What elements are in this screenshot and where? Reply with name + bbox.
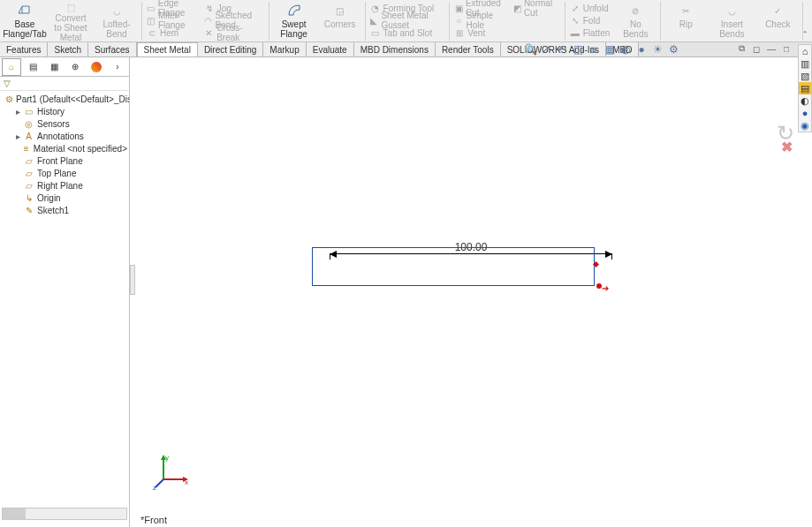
rip-button: ✂ Rip bbox=[663, 2, 709, 41]
view-orientation-icon[interactable]: ⧈ bbox=[588, 43, 600, 56]
zoom-fit-icon[interactable]: 🔍 bbox=[524, 43, 536, 56]
base-flange-icon bbox=[17, 3, 33, 19]
vent-icon: ⊞ bbox=[454, 27, 465, 38]
config-manager-icon: ▦ bbox=[50, 62, 58, 72]
history-icon: ▭ bbox=[23, 106, 34, 117]
tree-horizontal-scrollbar[interactable] bbox=[2, 508, 127, 520]
material-icon: ≡ bbox=[21, 143, 30, 154]
simple-hole-button: ○Simple Hole bbox=[452, 14, 509, 26]
check-button: ✓ Check bbox=[755, 2, 801, 41]
plane-icon: ▱ bbox=[23, 180, 34, 192]
tab-direct-editing[interactable]: Direct Editing bbox=[198, 42, 263, 56]
tab-mbd-dimensions[interactable]: MBD Dimensions bbox=[354, 42, 436, 56]
sensors-icon: ◎ bbox=[23, 118, 34, 130]
plane-icon: ▱ bbox=[23, 168, 34, 179]
tab-sketch[interactable]: Sketch bbox=[48, 42, 88, 56]
fold-button: ⤡Fold bbox=[568, 14, 612, 26]
window-maximize-icon[interactable]: □ bbox=[779, 42, 793, 55]
swept-flange-icon bbox=[286, 3, 302, 19]
fm-tab-display-manager[interactable] bbox=[87, 58, 106, 76]
insert-bends-button: ◡ InsertBends bbox=[709, 2, 755, 41]
cancel-icon[interactable]: ✖ bbox=[781, 139, 793, 155]
tree-item-right-plane[interactable]: ▱Right Plane bbox=[2, 179, 127, 192]
hem-button: ⊂Hem bbox=[145, 26, 201, 39]
taskpane-view-palette-icon[interactable]: ◐ bbox=[799, 94, 811, 107]
taskpane-resources-icon[interactable]: ▥ bbox=[799, 57, 811, 70]
hide-show-icon[interactable]: ◐ bbox=[619, 43, 632, 56]
label: Rip bbox=[679, 19, 693, 29]
corners-button: ◲ Corners bbox=[317, 2, 363, 41]
sketch-icon: ✎ bbox=[23, 205, 34, 216]
jog-icon: ↯ bbox=[204, 3, 215, 13]
fm-tab-dimxpert[interactable]: ⊕ bbox=[65, 58, 85, 76]
label: InsertBends bbox=[719, 19, 744, 39]
collapse-ribbon-button[interactable]: ˆ bbox=[803, 2, 812, 41]
unfold-icon: ⤢ bbox=[570, 3, 581, 13]
edit-appearance-icon[interactable]: ● bbox=[635, 43, 648, 56]
sketch-rectangle[interactable] bbox=[312, 247, 595, 286]
vent-button: ⊞Vent bbox=[452, 26, 509, 39]
check-icon: ✓ bbox=[770, 3, 785, 19]
tab-sheet-metal[interactable]: Sheet Metal bbox=[137, 42, 198, 56]
hem-icon: ⊂ bbox=[147, 27, 157, 38]
fm-tab-feature-tree[interactable]: ⌂ bbox=[2, 58, 21, 76]
orientation-triad[interactable]: y x z bbox=[153, 455, 188, 492]
property-manager-icon: ▤ bbox=[29, 62, 37, 72]
display-manager-icon bbox=[91, 62, 102, 72]
part-icon: ⚙ bbox=[5, 94, 13, 105]
swept-flange-button[interactable]: SweptFlange bbox=[271, 2, 317, 41]
tree-item-top-plane[interactable]: ▱Top Plane bbox=[2, 167, 127, 179]
label: Check bbox=[765, 19, 790, 29]
tab-surfaces[interactable]: Surfaces bbox=[88, 42, 136, 56]
zoom-area-icon[interactable]: ⤢ bbox=[540, 43, 552, 56]
annotations-icon: A bbox=[23, 131, 34, 142]
edge-flange-icon: ▭ bbox=[147, 3, 156, 13]
normal-cut-button: ◩Normal Cut bbox=[511, 2, 562, 14]
label: SweptFlange bbox=[280, 19, 307, 39]
scrollbar-thumb[interactable] bbox=[3, 508, 26, 519]
tree-item-material[interactable]: ≡Material <not specified> bbox=[2, 142, 127, 154]
plane-icon: ▱ bbox=[23, 155, 34, 167]
window-minimize-icon[interactable]: — bbox=[764, 42, 778, 55]
feature-tree-icon: ⌂ bbox=[9, 62, 14, 72]
fm-tab-property-manager[interactable]: ▤ bbox=[23, 58, 42, 76]
tree-root-part[interactable]: ⚙ Part1 (Default<<Default>_Display Sta bbox=[2, 93, 127, 105]
tab-markup[interactable]: Markup bbox=[263, 42, 306, 56]
feature-tree-filter[interactable]: ▽ bbox=[0, 77, 129, 91]
tree-item-front-plane[interactable]: ▱Front Plane bbox=[2, 154, 127, 167]
previous-view-icon[interactable]: ↶ bbox=[556, 43, 568, 56]
corners-icon: ◲ bbox=[332, 3, 348, 19]
fm-tab-overflow[interactable]: › bbox=[108, 58, 127, 76]
expand-icon[interactable]: ▸ bbox=[16, 132, 23, 141]
fold-icon: ⤡ bbox=[570, 15, 581, 26]
tab-slot-icon: ▭ bbox=[370, 27, 381, 38]
window-link-icon[interactable]: ⧉ bbox=[734, 42, 748, 55]
apply-scene-icon[interactable]: ☀ bbox=[651, 43, 664, 56]
window-new-icon[interactable]: ◻ bbox=[749, 42, 763, 55]
sketched-bend-icon: ◠ bbox=[204, 15, 213, 26]
base-flange-button[interactable]: BaseFlange/Tab bbox=[2, 2, 48, 41]
section-view-icon[interactable]: ◫ bbox=[572, 43, 584, 56]
tree-item-sketch1[interactable]: ✎Sketch1 bbox=[2, 204, 127, 216]
view-settings-icon[interactable]: ⚙ bbox=[667, 43, 679, 56]
tab-render-tools[interactable]: Render Tools bbox=[436, 42, 501, 56]
forming-tool-icon: ◔ bbox=[370, 3, 381, 13]
taskpane-file-explorer-icon[interactable]: ▤ bbox=[799, 82, 811, 94]
filter-icon: ▽ bbox=[4, 79, 11, 88]
tree-item-origin[interactable]: ↳Origin bbox=[2, 192, 127, 204]
extruded-cut-icon: ▣ bbox=[454, 3, 463, 13]
display-style-icon[interactable]: ▦ bbox=[603, 43, 616, 56]
tab-evaluate[interactable]: Evaluate bbox=[307, 42, 354, 56]
triad-y-label: y bbox=[165, 454, 169, 462]
fm-tab-config-manager[interactable]: ▦ bbox=[44, 58, 64, 76]
tab-features[interactable]: Features bbox=[0, 42, 48, 56]
expand-icon[interactable]: ▸ bbox=[16, 107, 23, 117]
tree-item-sensors[interactable]: ◎Sensors bbox=[2, 117, 127, 130]
taskpane-custom-props-icon[interactable]: ◉ bbox=[799, 119, 811, 132]
tree-item-annotations[interactable]: ▸AAnnotations bbox=[2, 130, 127, 142]
taskpane-home-icon[interactable]: ⌂ bbox=[799, 45, 811, 57]
tree-item-history[interactable]: ▸▭History bbox=[2, 105, 127, 117]
taskpane-appearances-icon[interactable]: ● bbox=[799, 107, 811, 119]
graphics-area[interactable]: 100.00 ➔ y x z *Front ↻ ✖ bbox=[135, 57, 812, 527]
taskpane-design-library-icon[interactable]: ▧ bbox=[799, 70, 811, 82]
